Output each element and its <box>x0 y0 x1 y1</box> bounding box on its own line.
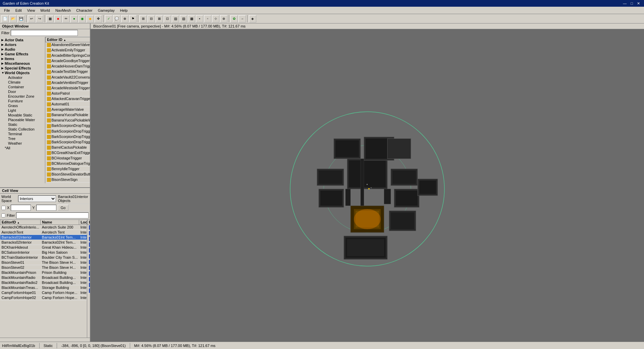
toolbar-grid4[interactable]: ⊡ <box>164 15 171 22</box>
tree-item-miscellaneous[interactable]: ▶Miscellaneous <box>0 61 45 66</box>
toolbar-orange[interactable]: ◆ <box>87 15 94 22</box>
cell-list-row[interactable]: BlackMountainRadio2Broadcast Building...… <box>0 280 88 285</box>
cell-list-row[interactable]: AerotechTentAerotech TentInterior <box>0 230 88 235</box>
cell-list-row[interactable]: BCSaloonInteriorBig Hon SaloonInterior <box>0 250 88 255</box>
tree-item-grass[interactable]: Grass <box>0 103 45 108</box>
toolbar-grid5[interactable]: ▨ <box>172 15 179 22</box>
table-row[interactable]: AverageWaterValve60Water Valve <box>46 107 90 112</box>
tree-expander-actor-data[interactable]: ▶ <box>1 38 5 42</box>
cell-object-row[interactable]: AudioMarkerStatic <box>88 225 90 231</box>
toolbar-undo[interactable]: ↩ <box>28 15 35 22</box>
object-hscroll[interactable] <box>0 183 90 187</box>
menu-file[interactable]: File <box>1 8 13 13</box>
tree-item-audio[interactable]: ▶Audio <box>0 47 45 52</box>
toolbar-new[interactable]: 📄 <box>1 15 9 22</box>
cell-object-row[interactable]: NVStain02Static <box>88 282 90 288</box>
tree-item-movable-static[interactable]: Movable Static <box>0 113 45 117</box>
table-row[interactable]: BarrelCactusPickable1890Barrel Cactus <box>46 145 90 150</box>
cell-list-row[interactable]: Barracks02InteriorBarracks02Int Tem...In… <box>0 240 88 245</box>
table-row[interactable]: ArcadeTestSiteTrigger10Arcade Test Site … <box>46 69 90 74</box>
table-row[interactable]: BarkScorpionDropTrigger0210 <box>46 129 90 134</box>
cell-list-row[interactable]: AerotechOfficeInterio...Aerotech Suite 2… <box>0 225 88 230</box>
tree-expander-audio[interactable]: ▶ <box>1 48 5 51</box>
table-row[interactable]: BananaYuccaPickableWestside10Banana Yucc… <box>46 118 90 123</box>
tree-expander-miscellaneous[interactable]: ▶ <box>1 62 5 65</box>
toolbar-green-circle[interactable]: ● <box>70 15 78 22</box>
menu-edit[interactable]: Edit <box>13 8 24 13</box>
tree-item-door[interactable]: Door <box>0 89 45 94</box>
table-row[interactable]: AttackedCaravanTrigger10AttackedCaravanT… <box>46 96 90 101</box>
tree-item-tree[interactable]: Tree <box>0 136 45 141</box>
toolbar-grass[interactable]: ✿ <box>230 15 238 22</box>
toolbar-table[interactable]: ▦ <box>46 15 54 22</box>
menu-help[interactable]: Help <box>117 8 130 13</box>
tree-item-items[interactable]: ▶Items <box>0 56 45 61</box>
table-row[interactable]: BCMonroeDialogueTrigger10Monroe Dialogue… <box>46 161 90 166</box>
tree-item-placeable-water[interactable]: Placeable Water <box>0 117 45 122</box>
tree-item-actors[interactable]: ▶Actors <box>0 42 45 47</box>
tree-item-weather[interactable]: Weather <box>0 141 45 146</box>
obj-col-editorid[interactable]: Editor ID ▲ <box>88 220 90 225</box>
tree-item-light[interactable]: Light <box>0 108 45 113</box>
cell-object-row[interactable]: NVStain02Static <box>88 276 90 282</box>
table-row[interactable]: ActivateEmilyTrigger10 <box>46 48 90 53</box>
table-row[interactable]: ArcadeWestsideTrigger20Arcade Westside T… <box>46 85 90 91</box>
table-row[interactable]: ArcadeGoodbyeTrigger10 <box>46 58 90 64</box>
cell-list-row[interactable]: BCTrainStationInteriorBoulder City Train… <box>0 255 88 260</box>
table-row[interactable]: ArcadeHooverDamTrigger10Arcade Hoover Da… <box>46 64 90 69</box>
toolbar-grid8[interactable]: ▪ <box>196 15 203 22</box>
tree-item-world-objects[interactable]: ▼World Objects <box>0 70 45 75</box>
tree-expander-actors[interactable]: ▶ <box>1 43 5 46</box>
cell-filter-input[interactable] <box>16 212 89 218</box>
toolbar-open[interactable]: 📂 <box>9 15 17 22</box>
tree-item-actor-data[interactable]: ▶Actor Data <box>0 38 45 42</box>
minimize-btn[interactable]: — <box>622 1 628 6</box>
filter-input[interactable] <box>11 30 78 36</box>
coord-checkbox[interactable] <box>1 206 6 210</box>
viewport[interactable] <box>91 29 644 342</box>
toolbar-bubble[interactable]: 💬 <box>113 15 120 22</box>
cell-list-row[interactable]: BCKhanHideoutGreat Khan Hideou...Interio… <box>0 245 88 250</box>
tree-item-climate[interactable]: Climate <box>0 80 45 85</box>
cell-object-row[interactable]: GarbageCanUrban02Conta... <box>88 236 90 242</box>
toolbar-grid6[interactable]: ▧ <box>180 15 187 22</box>
x-input[interactable] <box>11 205 31 211</box>
table-row[interactable]: ArcadeVault22Conversation10Arcade Vault … <box>46 74 90 80</box>
table-row[interactable]: BisonSteveSign10 <box>46 177 90 183</box>
toolbar-arrow[interactable]: → <box>238 15 246 22</box>
cell-object-row[interactable]: PxLightDustParticlesWide02Static <box>88 248 90 253</box>
tree-item-static[interactable]: Static <box>0 122 45 127</box>
tree-item-game-effects[interactable]: ▶Game Effects <box>0 52 45 56</box>
tree-item-container[interactable]: Container <box>0 85 45 89</box>
cell-list-row[interactable]: BlackMountainRadioBroadcast Building...I… <box>0 275 88 280</box>
menu-character[interactable]: Character <box>73 8 95 13</box>
go-button[interactable]: Go <box>58 205 69 211</box>
toolbar-move[interactable]: ✥ <box>95 15 102 22</box>
tree-item-all[interactable]: *All <box>0 146 45 150</box>
toolbar-grid7[interactable]: ▩ <box>188 15 195 22</box>
maximize-btn[interactable]: □ <box>629 1 634 6</box>
menu-navmesh[interactable]: NavMesh <box>53 8 73 13</box>
y-input[interactable] <box>36 205 56 211</box>
world-space-select[interactable]: Interiors Wasteland FortInterior <box>18 195 56 202</box>
toolbar-grid9[interactable]: ▫ <box>204 15 211 22</box>
cell-filter-checkbox[interactable] <box>1 213 5 217</box>
toolbar-extra2[interactable]: ◈ <box>249 15 256 22</box>
cell-object-row[interactable]: PxLightDustParticlesWide02Static <box>88 259 90 265</box>
menu-world[interactable]: World <box>38 8 53 13</box>
cell-col-editorid[interactable]: EditorID ▲ <box>0 220 41 225</box>
table-row[interactable]: BCHostageTrigger10Boulder City Hostage <box>46 155 90 161</box>
table-row[interactable]: Automat0140EatOtronic 3000 <box>46 102 90 107</box>
tree-expander-special-effects[interactable]: ▶ <box>1 66 5 70</box>
toolbar-grid3[interactable]: ⊠ <box>156 15 163 22</box>
cell-list-row[interactable]: Barracks01InteriorBarracks01Int Tem...In… <box>0 235 88 240</box>
toolbar-redo[interactable]: ↪ <box>36 15 43 22</box>
table-row[interactable]: BananaYuccaPickable900Banana Yucca <box>46 112 90 118</box>
cell-list-row[interactable]: CampForlornHope02Camp Forlorn Hope...Int… <box>0 295 88 300</box>
toolbar-red[interactable]: ■ <box>54 15 62 22</box>
table-row[interactable]: BarkScorpionDropTrigger0410 <box>46 139 90 145</box>
cell-object-row[interactable]: NVStain03Static <box>88 270 90 276</box>
toolbar-grid1[interactable]: ⊞ <box>140 15 147 22</box>
tree-item-furniture[interactable]: Furniture <box>0 99 45 103</box>
tree-expander-items[interactable]: ▶ <box>1 57 5 60</box>
